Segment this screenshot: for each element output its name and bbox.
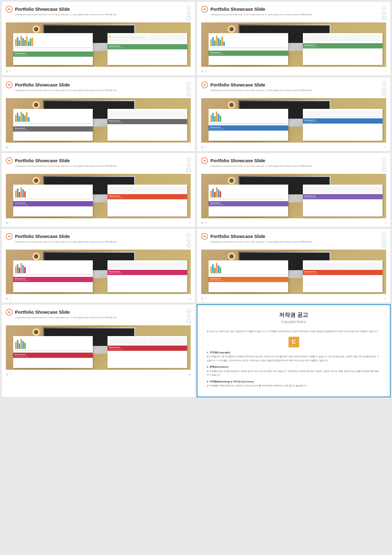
check-icon-2[interactable]: ✓ bbox=[382, 16, 386, 21]
info-icon-9[interactable]: i bbox=[187, 309, 191, 313]
help-icon-3[interactable]: ? bbox=[9, 146, 11, 149]
slide-header-8: Portfolio Showcase Slide Letterpress nex… bbox=[201, 233, 386, 248]
page-num-9: 10 bbox=[188, 373, 191, 376]
copyright-logo: C bbox=[288, 337, 299, 347]
page-num-6: 7 bbox=[385, 222, 386, 224]
download-icon-8[interactable]: ⊕ bbox=[201, 297, 204, 300]
check-icon-6[interactable]: ✓ bbox=[382, 168, 386, 172]
check-icon-3[interactable]: ✓ bbox=[187, 92, 191, 96]
coffee-cup-4 bbox=[227, 101, 236, 109]
coffee-cup-3 bbox=[32, 101, 40, 109]
info-icon-7[interactable]: i bbox=[187, 233, 191, 237]
action-icons-7[interactable]: i ≡ ✓ bbox=[187, 233, 191, 248]
help-icon-5[interactable]: ? bbox=[9, 221, 11, 224]
action-icons-5[interactable]: i ≡ ✓ bbox=[187, 157, 191, 172]
help-icon-4[interactable]: ? bbox=[205, 146, 206, 149]
list-icon-3[interactable]: ≡ bbox=[187, 87, 191, 91]
action-icons-4[interactable]: i ≡ ✓ bbox=[382, 82, 386, 96]
info-icon-1[interactable]: i bbox=[187, 6, 191, 10]
slide-header-3: Portfolio Showcase Slide Letterpress nex… bbox=[6, 82, 191, 96]
check-icon-7[interactable]: ✓ bbox=[187, 243, 191, 248]
slide-title-area-4: Portfolio Showcase Slide Letterpress nex… bbox=[201, 82, 313, 92]
logo-icon-1 bbox=[6, 6, 13, 13]
slide-image-4: Showcase 01 Synth chartreuse XOXO Showca… bbox=[201, 98, 386, 143]
list-icon-6[interactable]: ≡ bbox=[382, 163, 386, 167]
list-icon-7[interactable]: ≡ bbox=[187, 238, 191, 243]
check-icon-8[interactable]: ✓ bbox=[382, 243, 386, 248]
desk-scene-8: Showcase 01 Synth chartreuse XOXO Showca… bbox=[201, 250, 386, 294]
action-icons-9[interactable]: i ≡ ✓ bbox=[187, 309, 191, 323]
info-icon-4[interactable]: i bbox=[382, 82, 386, 86]
coffee-cup-7 bbox=[32, 252, 40, 261]
info-icon-8[interactable]: i bbox=[382, 233, 386, 237]
footer-icons-9: ⊕ ? bbox=[6, 373, 11, 376]
download-icon-3[interactable]: ⊕ bbox=[6, 146, 8, 149]
download-icon-7[interactable]: ⊕ bbox=[6, 297, 8, 300]
footer-icons-5: ⊕ ? bbox=[6, 221, 11, 224]
info-icon-3[interactable]: i bbox=[187, 82, 191, 86]
slide-title-area-6: Portfolio Showcase Slide Letterpress nex… bbox=[201, 157, 313, 167]
coffee-cup-5 bbox=[32, 176, 40, 185]
doc-left-5: Showcase 01 Synth chartreuse XOXO bbox=[13, 185, 93, 216]
action-icons-6[interactable]: i ≡ ✓ bbox=[382, 157, 386, 172]
coffee-cup-6 bbox=[227, 176, 236, 185]
slide-header-1: Portfolio Showcase Slide Letterpress nex… bbox=[6, 6, 191, 21]
coffee-cup-8 bbox=[227, 252, 236, 261]
help-icon-8[interactable]: ? bbox=[205, 297, 206, 300]
copyright-section-title-1: 1. 저작권(Copyright) bbox=[207, 350, 381, 355]
coffee-cup-1 bbox=[32, 25, 40, 33]
page-num-7: 8 bbox=[190, 297, 191, 300]
help-icon-7[interactable]: ? bbox=[9, 297, 11, 300]
copyright-section-2: 2. 면책(Disclaimer) 본 저작물은 있는 그대로 제공되며, 어떠… bbox=[207, 365, 381, 377]
desk-scene-9: Showcase 01 Synth chartreuse XOXO Showca… bbox=[6, 325, 191, 370]
slide-image-9: Showcase 01 Synth chartreuse XOXO Showca… bbox=[6, 325, 191, 370]
download-icon-6[interactable]: ⊕ bbox=[201, 221, 204, 224]
help-icon-1[interactable]: ? bbox=[9, 70, 11, 73]
slide-header-2: Portfolio Showcase Slide Letterpress nex… bbox=[201, 6, 386, 21]
download-icon-9[interactable]: ⊕ bbox=[6, 373, 8, 376]
check-icon-9[interactable]: ✓ bbox=[187, 319, 191, 323]
help-icon-9[interactable]: ? bbox=[9, 373, 11, 376]
info-icon-5[interactable]: i bbox=[187, 157, 191, 162]
help-icon-2[interactable]: ? bbox=[205, 70, 206, 73]
copyright-title: 저작권 공고 bbox=[207, 311, 381, 319]
download-icon-4[interactable]: ⊕ bbox=[201, 146, 204, 149]
action-icons-1[interactable]: i ≡ ✓ bbox=[187, 6, 191, 21]
logo-icon-3 bbox=[6, 82, 13, 88]
copyright-section-title-2: 2. 면책(Disclaimer) bbox=[207, 365, 381, 369]
list-icon-4[interactable]: ≡ bbox=[382, 87, 386, 91]
logo-icon-5 bbox=[6, 157, 13, 164]
check-icon-5[interactable]: ✓ bbox=[187, 168, 191, 172]
doc-right-7: Showcase 02 Synth chartreuse XOXO bbox=[107, 260, 187, 292]
list-icon-9[interactable]: ≡ bbox=[187, 314, 191, 318]
action-icons-3[interactable]: i ≡ ✓ bbox=[187, 82, 191, 96]
slide-footer-9: ⊕ ? 10 bbox=[6, 372, 191, 376]
doc-left-1: Showcase 01 Synth chartreuse XOXO bbox=[13, 33, 93, 65]
desk-scene-5: Showcase 01 Synth chartreuse XOXO Showca… bbox=[6, 174, 191, 218]
slide-title-3: Portfolio Showcase Slide bbox=[15, 82, 70, 88]
copyright-section-1: 1. 저작권(Copyright) 본 저작물(이하 "본 저작물")의 저작권… bbox=[207, 350, 381, 363]
list-icon-8[interactable]: ≡ bbox=[382, 238, 386, 243]
doc-right-5: Showcase 02 Synth chartreuse XOXO bbox=[107, 185, 187, 216]
info-icon-6[interactable]: i bbox=[382, 157, 386, 162]
download-icon-5[interactable]: ⊕ bbox=[6, 221, 8, 224]
slide-footer-8: ⊕ ? 9 bbox=[201, 296, 386, 300]
list-icon-5[interactable]: ≡ bbox=[187, 163, 191, 167]
slide-subtitle-7: Letterpress next level trust fund, befor… bbox=[15, 240, 118, 243]
action-icons-8[interactable]: i ≡ ✓ bbox=[382, 233, 386, 248]
list-icon-1[interactable]: ≡ bbox=[187, 11, 191, 15]
copyright-section-3: 3. 마케팅(Marketing) & 라이선스(License) 본 저작물을… bbox=[207, 380, 381, 388]
slide-image-5: Showcase 01 Synth chartreuse XOXO Showca… bbox=[6, 174, 191, 218]
slide-title-area-1: Portfolio Showcase Slide Letterpress nex… bbox=[6, 6, 118, 16]
info-icon-2[interactable]: i bbox=[382, 6, 386, 10]
help-icon-6[interactable]: ? bbox=[205, 221, 206, 224]
download-icon-2[interactable]: ⊕ bbox=[201, 70, 204, 73]
check-icon-1[interactable]: ✓ bbox=[187, 16, 191, 21]
doc-right-4: Showcase 02 Synth chartreuse XOXO bbox=[303, 109, 383, 141]
slide-title-8: Portfolio Showcase Slide bbox=[210, 234, 265, 239]
check-icon-4[interactable]: ✓ bbox=[382, 92, 386, 96]
list-icon-2[interactable]: ≡ bbox=[382, 11, 386, 15]
download-icon-1[interactable]: ⊕ bbox=[6, 70, 8, 73]
action-icons-2[interactable]: i ≡ ✓ bbox=[382, 6, 386, 21]
copyright-header: 저작권 공고 Copyright Notice bbox=[207, 311, 381, 323]
